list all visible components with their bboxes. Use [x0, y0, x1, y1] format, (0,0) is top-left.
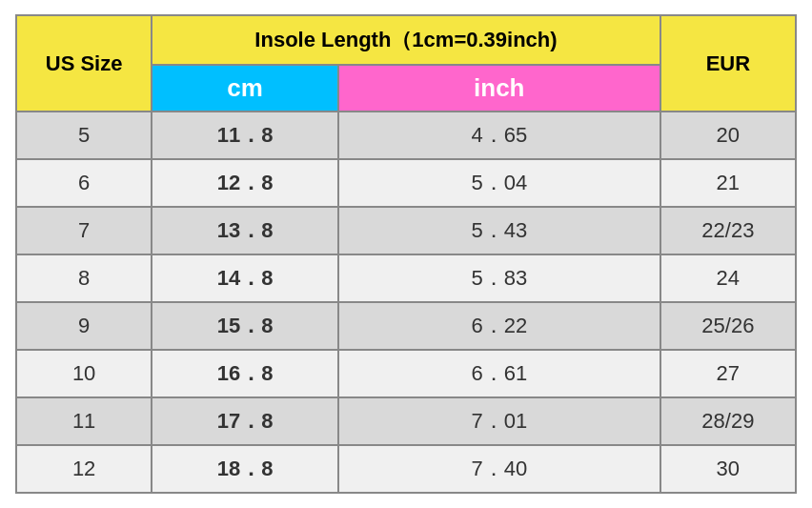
eur-cell: 27: [660, 350, 796, 397]
us-size-cell: 5: [16, 112, 152, 159]
us-size-header: US Size: [16, 15, 152, 112]
insole-length-header: Insole Length（1cm=0.39inch): [152, 15, 660, 65]
eur-cell: 22/23: [660, 207, 796, 254]
inch-cell: 5．43: [338, 207, 660, 254]
table-row: 612．85．0421: [16, 159, 796, 207]
inch-cell: 6．22: [338, 302, 660, 350]
us-size-cell: 6: [16, 159, 152, 207]
eur-cell: 28/29: [660, 397, 796, 445]
table-row: 915．86．2225/26: [16, 302, 796, 350]
inch-cell: 7．40: [338, 445, 660, 493]
header-row: US Size Insole Length（1cm=0.39inch) EUR: [16, 15, 796, 65]
table-row: 1117．87．0128/29: [16, 397, 796, 445]
us-size-cell: 10: [16, 350, 152, 397]
cm-cell: 15．8: [152, 302, 338, 350]
table-row: 814．85．8324: [16, 254, 796, 302]
us-size-cell: 12: [16, 445, 152, 493]
cm-cell: 16．8: [152, 350, 338, 397]
eur-cell: 24: [660, 254, 796, 302]
us-size-cell: 8: [16, 254, 152, 302]
us-size-cell: 11: [16, 397, 152, 445]
us-size-cell: 7: [16, 207, 152, 254]
table-row: 1218．87．4030: [16, 445, 796, 493]
cm-cell: 17．8: [152, 397, 338, 445]
eur-cell: 25/26: [660, 302, 796, 350]
eur-cell: 30: [660, 445, 796, 493]
table-row: 511．84．6520: [16, 112, 796, 159]
cm-cell: 18．8: [152, 445, 338, 493]
cm-cell: 13．8: [152, 207, 338, 254]
inch-subheader: inch: [338, 65, 660, 112]
cm-cell: 12．8: [152, 159, 338, 207]
inch-cell: 4．65: [338, 112, 660, 159]
inch-cell: 7．01: [338, 397, 660, 445]
inch-cell: 5．04: [338, 159, 660, 207]
table-row: 713．85．4322/23: [16, 207, 796, 254]
cm-cell: 11．8: [152, 112, 338, 159]
size-chart: US Size Insole Length（1cm=0.39inch) EUR …: [15, 14, 797, 494]
inch-cell: 6．61: [338, 350, 660, 397]
eur-cell: 21: [660, 159, 796, 207]
eur-header: EUR: [660, 15, 796, 112]
eur-cell: 20: [660, 112, 796, 159]
table-row: 1016．86．6127: [16, 350, 796, 397]
cm-cell: 14．8: [152, 254, 338, 302]
us-size-cell: 9: [16, 302, 152, 350]
cm-subheader: cm: [152, 65, 338, 112]
inch-cell: 5．83: [338, 254, 660, 302]
